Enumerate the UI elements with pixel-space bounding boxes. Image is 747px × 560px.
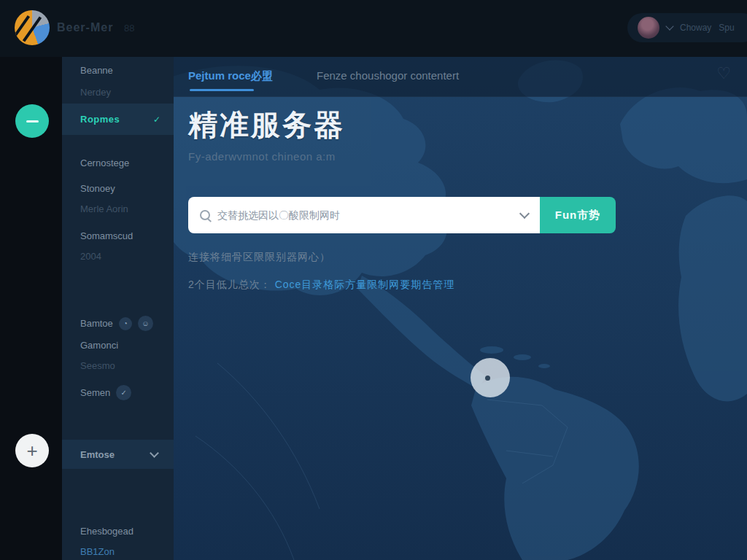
main-content: Pejtum roce必盟 Fenze choushogor contenter…: [174, 57, 747, 560]
sidebar-item-stonoey[interactable]: Stonoey: [62, 183, 174, 194]
minus-icon: [26, 120, 39, 122]
map-location-dot-icon: [485, 376, 490, 381]
connect-button[interactable]: Fun市势: [540, 197, 616, 233]
sidebar-item-cernostege[interactable]: Cernostege: [62, 158, 174, 168]
user-avatar[interactable]: [638, 17, 659, 39]
limits-note-prefix: 2个目低儿总次：: [188, 279, 275, 290]
limits-link[interactable]: Coce目录格际方量限制网要期告管理: [275, 279, 455, 290]
chevron-down-icon[interactable]: [519, 208, 530, 218]
sidebar: Beanne Nerdey Ropmes ✓ Cernostege Stonoe…: [62, 57, 174, 560]
sidebar-item-merle-aorin[interactable]: Merle Aorin: [62, 203, 174, 214]
page-subtitle: Fy-aderwvmnot chineon a:m: [188, 150, 336, 163]
connection-note: 连接将细骨区限限别器网心）: [188, 251, 330, 264]
heart-icon[interactable]: ♡: [716, 64, 731, 83]
sidebar-item-ehesbogead[interactable]: Ehesbogead: [62, 526, 174, 537]
app-logo-icon: [15, 10, 50, 45]
sidebar-item-ropmes-active[interactable]: Ropmes ✓: [62, 104, 174, 135]
checkmark-icon: ✓: [153, 114, 160, 125]
checkmark-circle-icon: ✓: [116, 385, 131, 400]
server-search-row: Fun市势: [188, 197, 616, 233]
app-header: Beer-Mer 88 Choway Spu: [0, 0, 747, 57]
search-box[interactable]: [188, 197, 540, 233]
clock-icon: ◔: [119, 317, 132, 330]
app-title-badge: 88: [124, 23, 134, 34]
sidebar-item-beanne[interactable]: Beanne: [62, 65, 174, 76]
page-title: 精准服务器: [188, 105, 345, 145]
plus-icon: +: [26, 441, 37, 460]
user-menu-label-1[interactable]: Choway: [680, 23, 711, 33]
sidebar-item-bb1zon[interactable]: BB1Zon: [62, 546, 174, 557]
user-menu[interactable]: Choway Spu: [627, 13, 747, 42]
collapse-button[interactable]: [15, 104, 49, 138]
map-location-marker[interactable]: [471, 358, 510, 397]
face-icon: ☺: [138, 316, 153, 331]
left-rail: +: [0, 57, 62, 560]
user-menu-label-2[interactable]: Spu: [719, 23, 734, 33]
sidebar-item-nerdey[interactable]: Nerdey: [62, 87, 174, 98]
limits-note: 2个目低儿总次： Coce目录格际方量限制网要期告管理: [188, 279, 454, 292]
chevron-down-icon[interactable]: [665, 22, 673, 30]
sidebar-item-gamonci[interactable]: Gamonci: [62, 340, 174, 351]
chevron-down-icon: [150, 448, 159, 458]
add-button[interactable]: +: [15, 434, 49, 467]
sidebar-item-semen[interactable]: Semen ✓: [62, 385, 174, 400]
tab-premium-servers[interactable]: Pejtum roce必盟: [188, 69, 273, 83]
tab-free-servers[interactable]: Fenze choushogor contentert: [317, 69, 459, 82]
sidebar-item-somamscud[interactable]: Somamscud: [62, 230, 174, 241]
sidebar-item-seesmo[interactable]: Seesmo: [62, 360, 174, 371]
sidebar-item-bamtoe[interactable]: Bamtoe ◔ ☺: [62, 316, 174, 331]
sidebar-item-2004[interactable]: 2004: [62, 251, 174, 262]
sidebar-item-emtose-expander[interactable]: Emtose: [62, 440, 174, 469]
search-icon: [200, 210, 210, 220]
app-title: Beer-Mer: [57, 21, 113, 34]
tab-bar: Pejtum roce必盟 Fenze choushogor contenter…: [174, 57, 747, 97]
search-input[interactable]: [217, 209, 514, 221]
